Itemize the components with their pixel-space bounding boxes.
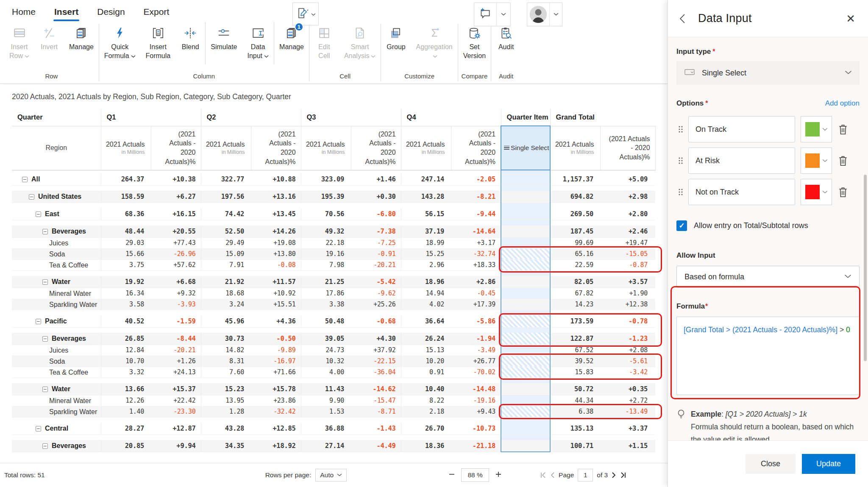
quarter-item-cell[interactable] (501, 237, 550, 248)
value-cell[interactable]: +6.68 (151, 276, 201, 288)
quarter-item-cell[interactable] (501, 395, 550, 406)
quarter-group-header-q4[interactable]: Q4 (401, 109, 501, 126)
collapse-icon[interactable] (42, 279, 48, 285)
simulate-button[interactable]: Simulate (206, 21, 242, 51)
value-cell[interactable]: 3.32 (101, 367, 151, 378)
page-number-input[interactable]: 1 (578, 469, 593, 481)
value-cell[interactable]: +3.17 (451, 237, 501, 248)
value-cell[interactable]: -6.80 (351, 208, 401, 220)
row-label-cell[interactable]: Mineral Water (12, 395, 101, 406)
collapse-icon[interactable] (42, 443, 48, 449)
input-type-select[interactable]: Single Select (676, 61, 860, 85)
value-cell[interactable]: -26.96 (151, 248, 201, 259)
value-cell[interactable]: +1.46 (351, 173, 401, 185)
grand-total-cell[interactable]: 22.59 (550, 259, 600, 270)
delete-option-icon[interactable] (837, 155, 849, 167)
quarter-item-cell[interactable] (501, 225, 550, 237)
first-page-button[interactable] (540, 472, 547, 478)
quarter-item-header[interactable]: Quarter Item (501, 109, 550, 126)
row-label-cell[interactable]: United States (12, 191, 101, 203)
value-cell[interactable]: 2.96 (401, 259, 451, 270)
row-label-cell[interactable]: Water (12, 383, 101, 395)
value-cell[interactable]: -14.62 (351, 383, 401, 395)
value-cell[interactable]: 19.92 (101, 276, 151, 288)
value-cell[interactable]: -8.21 (451, 191, 501, 203)
value-cell[interactable]: 3.58 (101, 299, 151, 310)
value-cell[interactable]: -5.42 (351, 276, 401, 288)
value-cell[interactable]: 10.20 (401, 356, 451, 367)
row-label-cell[interactable]: Water (12, 276, 101, 288)
option-color-select[interactable] (801, 147, 832, 174)
quarter-item-cell[interactable] (501, 356, 550, 367)
value-cell[interactable]: -9.89 (251, 345, 301, 356)
delta-column-header[interactable]: (2021 Actuals - 2020 Actuals)% (351, 126, 401, 170)
quarter-item-cell[interactable] (501, 345, 550, 356)
value-cell[interactable]: 18.36 (401, 440, 451, 452)
drag-handle-icon[interactable] (676, 125, 685, 134)
value-cell[interactable]: -0.91 (351, 248, 401, 259)
value-cell[interactable]: 18.68 (201, 288, 251, 299)
row-label-cell[interactable]: Beverages (12, 440, 101, 452)
collapse-icon[interactable] (22, 177, 28, 182)
add-comment-button[interactable] (474, 3, 496, 26)
quarter-item-single-select-header[interactable]: Single Select (501, 126, 550, 170)
next-page-button[interactable] (612, 472, 616, 478)
value-cell[interactable]: 4.02 (401, 299, 451, 310)
value-cell[interactable]: 197.56 (201, 191, 251, 203)
data-input-button[interactable]: DataInput (242, 21, 274, 60)
value-cell[interactable]: 49.32 (301, 225, 351, 237)
grand-total-delta-cell[interactable]: +2.98 (600, 191, 655, 203)
value-column-header[interactable]: 2021 Actualsin Millions (201, 126, 251, 170)
grand-total-cell[interactable]: 67.82 (550, 288, 600, 299)
value-cell[interactable]: +15.78 (251, 383, 301, 395)
value-cell[interactable]: -14.64 (451, 225, 501, 237)
value-cell[interactable]: -10.73 (451, 423, 501, 434)
value-cell[interactable]: +10.88 (251, 173, 301, 185)
value-cell[interactable]: +11.57 (251, 276, 301, 288)
value-cell[interactable]: -14.48 (451, 383, 501, 395)
value-cell[interactable]: 8.31 (201, 356, 251, 367)
value-cell[interactable]: -21.18 (451, 440, 501, 452)
delete-option-icon[interactable] (837, 186, 849, 198)
row-label-cell[interactable]: Sparkling Water (12, 406, 101, 417)
value-cell[interactable]: +15.51 (251, 299, 301, 310)
value-cell[interactable]: -3.49 (451, 345, 501, 356)
value-cell[interactable]: 2.18 (401, 406, 451, 417)
value-cell[interactable]: -9.62 (351, 288, 401, 299)
delta-column-header[interactable]: (2021 Actuals - 2020 Actuals)% (251, 126, 301, 170)
back-button[interactable] (679, 14, 685, 24)
drag-handle-icon[interactable] (676, 188, 685, 196)
grand-total-cell[interactable]: 100.71 (550, 440, 600, 452)
value-cell[interactable]: +18.33 (451, 259, 501, 270)
value-cell[interactable]: 26.70 (401, 423, 451, 434)
value-cell[interactable]: -0.08 (251, 259, 301, 270)
value-cell[interactable]: +4.30 (351, 333, 401, 345)
edit-note-button[interactable] (292, 3, 319, 25)
collapse-icon[interactable] (42, 387, 48, 392)
grand-total-delta-cell[interactable]: +19.47 (600, 237, 655, 248)
value-cell[interactable]: 9.90 (301, 395, 351, 406)
quarter-item-cell[interactable] (501, 315, 550, 327)
value-cell[interactable]: -20.21 (351, 259, 401, 270)
value-cell[interactable]: 68.36 (101, 208, 151, 220)
option-color-select[interactable] (801, 179, 832, 205)
manage-button[interactable]: Manage (64, 21, 99, 51)
quarter-group-header-q2[interactable]: Q2 (201, 109, 301, 126)
quarter-item-cell[interactable] (501, 259, 550, 270)
value-cell[interactable]: -1.94 (451, 333, 501, 345)
grand-total-cell[interactable]: 6.38 (550, 406, 600, 417)
value-cell[interactable]: 43.28 (201, 423, 251, 434)
value-cell[interactable]: 10.70 (101, 356, 151, 367)
value-cell[interactable]: -0.68 (351, 315, 401, 327)
value-cell[interactable]: -16.97 (251, 356, 301, 367)
tab-home[interactable]: Home (12, 7, 36, 21)
quarter-item-cell[interactable] (501, 367, 550, 378)
grand-total-cell[interactable]: 269.50 (550, 208, 600, 220)
grand-total-header[interactable]: Grand Total (550, 109, 655, 126)
grand-total-cell[interactable]: 82.05 (550, 276, 600, 288)
value-cell[interactable]: 322.77 (201, 173, 251, 185)
value-column-header[interactable]: 2021 Actualsin Millions (101, 126, 151, 170)
quarter-item-cell[interactable] (501, 173, 550, 185)
tab-insert[interactable]: Insert (54, 7, 78, 21)
value-cell[interactable]: 10.32 (301, 356, 351, 367)
